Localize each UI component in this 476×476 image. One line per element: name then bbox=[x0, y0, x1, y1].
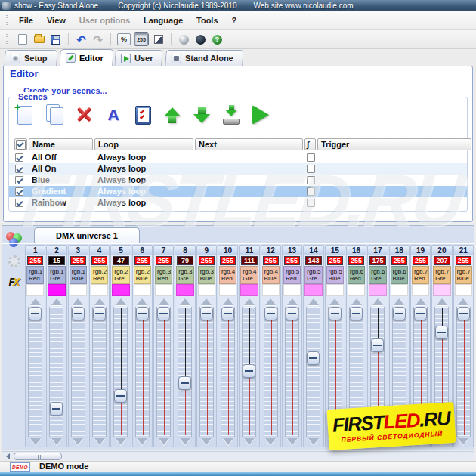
fader-thumb[interactable] bbox=[114, 389, 127, 403]
play-scene-icon[interactable] bbox=[249, 104, 272, 126]
fader-track[interactable] bbox=[178, 307, 192, 437]
rename-scene-icon[interactable]: A bbox=[102, 104, 125, 126]
fader-up-arrow[interactable] bbox=[137, 298, 147, 305]
fader-thumb[interactable] bbox=[350, 307, 363, 320]
title-bar[interactable]: show - Easy Stand Alone Copyright (c) Ni… bbox=[0, 0, 476, 11]
tab-stand-alone[interactable]: Stand Alone bbox=[165, 50, 243, 66]
fader-up-arrow[interactable] bbox=[30, 298, 41, 305]
contrast-mode-button[interactable] bbox=[152, 33, 165, 46]
scroll-left-button[interactable] bbox=[3, 453, 12, 460]
fader-down-arrow[interactable] bbox=[51, 438, 62, 445]
fader-thumb[interactable] bbox=[221, 307, 234, 320]
scene-fade-checkbox[interactable] bbox=[307, 165, 315, 173]
export-scene-icon[interactable] bbox=[220, 104, 243, 126]
fader-track[interactable] bbox=[71, 307, 85, 437]
scene-properties-icon[interactable] bbox=[131, 104, 154, 126]
fader-down-arrow[interactable] bbox=[137, 438, 147, 445]
fader-thumb[interactable] bbox=[178, 376, 191, 390]
scene-row-all-on[interactable]: All OnAlways loop bbox=[9, 163, 467, 175]
fader-up-arrow[interactable] bbox=[394, 298, 404, 305]
fx-generator-icon[interactable]: FX bbox=[9, 276, 20, 288]
redo-icon[interactable]: ↷ bbox=[91, 33, 104, 46]
dmx-universe-tab[interactable]: DMX universe 1 bbox=[34, 227, 140, 243]
connect-icon[interactable] bbox=[178, 33, 190, 46]
save-icon[interactable] bbox=[49, 33, 62, 46]
help-icon[interactable]: ? bbox=[211, 33, 224, 46]
fader-down-arrow[interactable] bbox=[287, 438, 298, 445]
new-scene-icon[interactable]: + bbox=[14, 104, 36, 126]
fader-thumb[interactable] bbox=[200, 307, 213, 320]
fader-down-arrow[interactable] bbox=[244, 438, 255, 445]
column-header-next[interactable]: Next bbox=[195, 138, 303, 150]
fader-track[interactable] bbox=[285, 307, 299, 437]
fader-thumb[interactable] bbox=[371, 338, 384, 352]
delete-scene-icon[interactable] bbox=[73, 104, 95, 126]
web-icon[interactable] bbox=[194, 33, 207, 46]
fader-down-arrow[interactable] bbox=[201, 438, 212, 445]
scene-enabled-checkbox[interactable] bbox=[15, 165, 23, 173]
fader-up-arrow[interactable] bbox=[94, 298, 105, 305]
undo-icon[interactable]: ↶ bbox=[75, 33, 88, 46]
scene-fade-checkbox[interactable] bbox=[307, 187, 315, 196]
menu-tools[interactable]: Tools bbox=[190, 14, 225, 27]
fader-down-arrow[interactable] bbox=[116, 438, 126, 445]
fader-thumb[interactable] bbox=[264, 307, 277, 320]
fader-up-arrow[interactable] bbox=[201, 298, 212, 305]
scene-row-blue[interactable]: BlueAlways loop bbox=[9, 175, 467, 186]
fader-thumb[interactable] bbox=[29, 307, 42, 320]
fader-thumb[interactable] bbox=[329, 307, 342, 320]
fader-thumb[interactable] bbox=[157, 307, 170, 320]
tab-setup[interactable]: Setup bbox=[4, 50, 57, 66]
fader-track[interactable] bbox=[306, 307, 320, 437]
fader-down-arrow[interactable] bbox=[30, 438, 41, 445]
fader-up-arrow[interactable] bbox=[159, 298, 169, 305]
fader-up-arrow[interactable] bbox=[372, 298, 383, 305]
open-folder-icon[interactable] bbox=[32, 33, 45, 46]
fader-up-arrow[interactable] bbox=[265, 298, 276, 305]
menu-user-options[interactable]: User options bbox=[73, 14, 137, 27]
fader-down-arrow[interactable] bbox=[223, 438, 233, 445]
scene-row-all-off[interactable]: All OffAlways loop bbox=[9, 152, 467, 163]
column-header-trigger[interactable]: Trigger bbox=[317, 138, 471, 150]
fader-thumb[interactable] bbox=[136, 307, 149, 320]
scene-row-gradient[interactable]: GradientAlways loop bbox=[9, 186, 467, 197]
fader-up-arrow[interactable] bbox=[458, 298, 468, 305]
fader-up-arrow[interactable] bbox=[51, 298, 62, 305]
scene-enabled-checkbox[interactable] bbox=[15, 199, 23, 207]
fader-track[interactable] bbox=[135, 307, 150, 437]
fader-track[interactable] bbox=[49, 307, 63, 437]
scene-row-rainbow[interactable]: RainbowAlways loop bbox=[9, 197, 467, 209]
fader-up-arrow[interactable] bbox=[351, 298, 362, 305]
fader-up-arrow[interactable] bbox=[329, 298, 340, 305]
color-palette-icon[interactable] bbox=[6, 232, 23, 247]
fader-track[interactable] bbox=[28, 307, 42, 437]
menu-file[interactable]: File bbox=[12, 14, 40, 27]
fader-down-arrow[interactable] bbox=[159, 438, 169, 445]
fader-thumb[interactable] bbox=[72, 307, 85, 320]
fader-down-arrow[interactable] bbox=[180, 438, 190, 445]
fader-thumb[interactable] bbox=[243, 364, 255, 378]
scene-fade-checkbox[interactable] bbox=[307, 199, 315, 207]
fader-up-arrow[interactable] bbox=[308, 298, 319, 305]
fader-up-arrow[interactable] bbox=[244, 298, 255, 305]
fader-thumb[interactable] bbox=[50, 402, 63, 416]
fader-down-arrow[interactable] bbox=[458, 438, 468, 445]
scene-enabled-checkbox[interactable] bbox=[15, 187, 23, 196]
fader-track[interactable] bbox=[221, 307, 235, 437]
fader-track[interactable] bbox=[92, 307, 107, 437]
scene-fade-checkbox[interactable] bbox=[307, 153, 315, 162]
value-255-mode-button[interactable]: 255 bbox=[134, 33, 148, 45]
fader-down-arrow[interactable] bbox=[308, 438, 319, 445]
fader-thumb[interactable] bbox=[435, 326, 448, 339]
copy-scene-icon[interactable] bbox=[43, 104, 66, 126]
scrollbar-thumb[interactable] bbox=[14, 453, 62, 460]
fader-up-arrow[interactable] bbox=[437, 298, 447, 305]
fader-up-arrow[interactable] bbox=[116, 298, 126, 305]
tab-user[interactable]: User bbox=[115, 50, 164, 66]
scene-enabled-checkbox[interactable] bbox=[15, 176, 23, 184]
tab-editor[interactable]: Editor bbox=[59, 49, 113, 66]
column-header-fade[interactable]: ∫ bbox=[304, 138, 316, 150]
move-scene-down-icon[interactable] bbox=[190, 104, 213, 126]
new-document-icon[interactable] bbox=[16, 33, 29, 46]
column-header-loop[interactable]: Loop bbox=[94, 138, 193, 150]
